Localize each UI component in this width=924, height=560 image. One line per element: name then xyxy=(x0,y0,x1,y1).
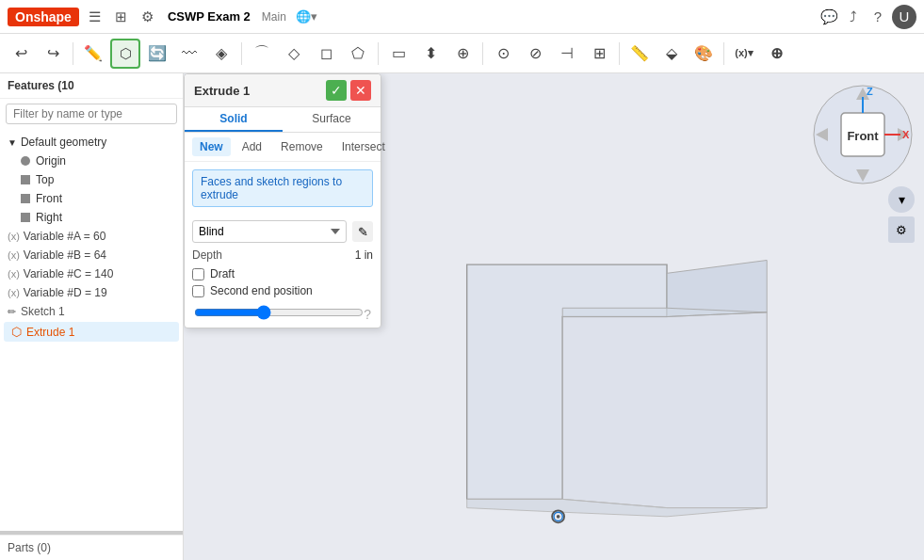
top-sq xyxy=(21,175,30,184)
viewport[interactable]: Extrude 1 ✓ ✕ Solid Surface New Add Remo… xyxy=(184,73,924,560)
faces-input-box[interactable]: Faces and sketch regions to extrude xyxy=(192,169,373,207)
depth-row: Depth 1 in xyxy=(192,248,373,262)
sidebar-footer: Parts (0) xyxy=(0,535,183,560)
share-icon[interactable]: ⤴ xyxy=(843,7,864,27)
variable-b[interactable]: (x) Variable #B = 64 xyxy=(0,246,183,264)
tree-item-right[interactable]: Right xyxy=(0,208,183,227)
slider-row: ? xyxy=(192,303,373,322)
pattern-button[interactable]: ⊞ xyxy=(584,39,614,69)
draft-button[interactable]: ⬠ xyxy=(343,39,373,69)
variable-a-label: Variable #A = 60 xyxy=(24,230,106,243)
user-icon[interactable]: U xyxy=(892,5,916,29)
draft-checkbox[interactable] xyxy=(192,268,204,280)
filter-input[interactable] xyxy=(6,104,177,124)
tab-solid[interactable]: Solid xyxy=(185,107,283,132)
subtab-new[interactable]: New xyxy=(192,137,231,156)
depth-slider[interactable] xyxy=(194,305,364,320)
plane-button[interactable]: ▭ xyxy=(383,39,413,69)
toolbar-sep-5 xyxy=(619,42,620,65)
chamfer-button[interactable]: ◇ xyxy=(279,39,309,69)
tree-item-front[interactable]: Front xyxy=(0,189,183,208)
depth-label: Depth xyxy=(192,248,355,262)
pivot-center xyxy=(557,515,560,519)
front-sq xyxy=(21,194,30,203)
revolve-button[interactable]: 🔄 xyxy=(142,39,172,69)
appearance-button[interactable]: 🎨 xyxy=(689,39,719,69)
shell-button[interactable]: ◻ xyxy=(311,39,341,69)
second-end-row: Second end position xyxy=(192,284,373,297)
toolbar-sep-4 xyxy=(482,42,483,65)
variable-c[interactable]: (x) Variable #C = 140 xyxy=(0,264,183,283)
subtab-add[interactable]: Add xyxy=(235,137,269,156)
redo-button[interactable]: ↪ xyxy=(38,39,68,69)
tree-item-top[interactable]: Top xyxy=(0,170,183,189)
edit-icon[interactable]: ✎ xyxy=(352,221,373,242)
sidebar: Features (10 ▼ Default geometry Origin T… xyxy=(0,73,184,560)
chat-icon[interactable]: 💬 xyxy=(819,7,839,27)
materials-button[interactable]: ⬙ xyxy=(657,39,687,69)
main-area: Features (10 ▼ Default geometry Origin T… xyxy=(0,73,924,560)
variable-a[interactable]: (x) Variable #A = 60 xyxy=(0,227,183,246)
add-icon-button[interactable]: ⊕ xyxy=(761,39,791,69)
second-end-label: Second end position xyxy=(210,284,313,297)
tree-item-origin[interactable]: Origin xyxy=(0,152,183,170)
panel-subtabs: New Add Remove Intersect xyxy=(185,133,381,162)
panel-confirm-button[interactable]: ✓ xyxy=(326,80,347,101)
blind-select[interactable]: Blind xyxy=(192,220,347,243)
globe-icon[interactable]: 🌐▾ xyxy=(296,9,317,24)
logo[interactable]: Onshape xyxy=(8,8,79,26)
draft-label: Draft xyxy=(210,267,235,280)
sweep-button[interactable]: 〰 xyxy=(174,39,204,69)
draft-row: Draft xyxy=(192,267,373,280)
parts-label: Parts (0) xyxy=(8,541,51,554)
origin-dot xyxy=(21,156,30,166)
tree-arrow: ▼ xyxy=(8,137,17,148)
features-header: Features (10 xyxy=(0,73,183,99)
second-end-checkbox[interactable] xyxy=(192,285,204,297)
variable-c-label: Variable #C = 140 xyxy=(24,267,114,280)
help-icon-top[interactable]: ? xyxy=(867,7,888,27)
extrude-button[interactable]: ⬡ Extrude (Shift-e) xyxy=(110,39,140,69)
settings-icon[interactable]: ⚙ xyxy=(138,7,158,27)
front-label: Front xyxy=(36,192,62,205)
var-icon-b: (x) xyxy=(8,249,20,261)
right-label: Right xyxy=(36,211,62,224)
panel-title: Extrude 1 xyxy=(194,84,326,98)
toolbar-sep-6 xyxy=(723,42,724,65)
variable-d[interactable]: (x) Variable #D = 19 xyxy=(0,283,183,302)
panel-help-icon[interactable]: ? xyxy=(364,307,371,322)
sketch-label: Sketch 1 xyxy=(21,305,65,318)
mirror-button[interactable]: ⊣ xyxy=(552,39,582,69)
sketch-button[interactable]: ✏️ xyxy=(78,39,108,69)
loft-button[interactable]: ◈ xyxy=(206,39,236,69)
grid-icon[interactable]: ⊞ xyxy=(111,7,132,27)
boolean-button[interactable]: ⊙ xyxy=(488,39,518,69)
split-button[interactable]: ⊘ xyxy=(520,39,550,69)
subtab-remove[interactable]: Remove xyxy=(273,137,331,156)
default-geometry-header[interactable]: ▼ Default geometry xyxy=(0,133,183,152)
toolbar-sep-2 xyxy=(241,42,242,65)
variable-d-label: Variable #D = 19 xyxy=(24,286,107,299)
l-right-face xyxy=(562,312,767,508)
var-icon-a: (x) xyxy=(8,231,20,242)
sketch-item[interactable]: ✏ Sketch 1 xyxy=(0,302,183,321)
extrude-label: Extrude 1 xyxy=(26,326,74,339)
top-label: Top xyxy=(36,173,54,186)
menu-icon[interactable]: ☰ xyxy=(85,7,105,27)
default-geometry-label: Default geometry xyxy=(21,136,106,149)
tab-surface[interactable]: Surface xyxy=(283,107,381,132)
measure-button[interactable]: 📏 xyxy=(624,39,655,69)
extrude-item[interactable]: ⬡ Extrude 1 xyxy=(4,322,179,342)
point-button[interactable]: ⊕ xyxy=(447,39,478,69)
subtab-intersect[interactable]: Intersect xyxy=(334,137,393,156)
axis-button[interactable]: ⬍ xyxy=(415,39,446,69)
toolbar-sep-1 xyxy=(73,42,73,65)
variable-button[interactable]: (x)▾ xyxy=(729,39,759,69)
panel-close-button[interactable]: ✕ xyxy=(350,80,371,101)
fillet-button[interactable]: ⌒ xyxy=(247,39,277,69)
depth-value: 1 in xyxy=(355,248,373,262)
toolbar-sep-3 xyxy=(378,42,379,65)
undo-button[interactable]: ↩ xyxy=(6,39,36,69)
panel-header: Extrude 1 ✓ ✕ xyxy=(185,74,381,107)
panel-body: Blind ✎ Depth 1 in Draft Second end posi… xyxy=(185,215,381,328)
